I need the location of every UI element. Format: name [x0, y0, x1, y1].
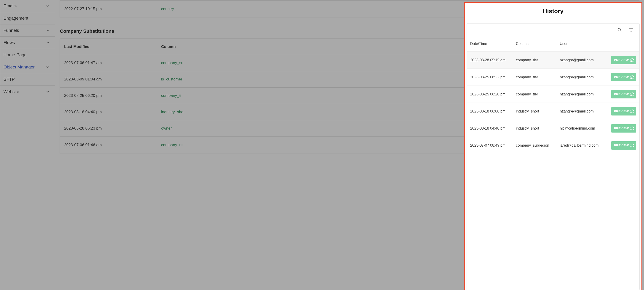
preview-button[interactable]: PREVIEW	[611, 56, 636, 64]
cell-user: nzangre@gmail.com	[560, 58, 610, 62]
cell-column: company_tier	[516, 75, 560, 79]
cell-user: nzangre@gmail.com	[560, 109, 610, 113]
history-row[interactable]: 2023-08-18 04:40 pmindustry_shortnic@cal…	[467, 120, 640, 137]
preview-label: PREVIEW	[614, 92, 629, 96]
history-toolbar	[467, 23, 640, 35]
cell-date: 2023-08-25 06:20 pm	[470, 92, 516, 96]
header-date-time[interactable]: Date/Time	[470, 42, 516, 46]
refresh-icon	[630, 144, 634, 147]
cell-user: jared@calibermind.com	[560, 144, 610, 147]
filter-icon[interactable]	[628, 27, 634, 33]
header-label: Date/Time	[470, 42, 487, 46]
preview-label: PREVIEW	[614, 75, 629, 79]
refresh-icon	[630, 75, 634, 79]
header-column[interactable]: Column	[516, 42, 560, 46]
history-row[interactable]: 2023-08-28 05:15 amcompany_tiernzangre@g…	[467, 52, 640, 69]
cell-date: 2023-08-28 05:15 am	[470, 58, 516, 62]
header-user[interactable]: User	[560, 42, 610, 46]
refresh-icon	[630, 109, 634, 113]
cell-column: company_tier	[516, 92, 560, 96]
cell-user: nzangre@gmail.com	[560, 75, 610, 79]
preview-button[interactable]: PREVIEW	[611, 124, 636, 133]
history-drawer: History Date/Time Column User 2023-08-28…	[464, 2, 642, 290]
preview-button[interactable]: PREVIEW	[611, 90, 636, 98]
cell-column: company_subregion	[516, 144, 560, 147]
sort-desc-icon	[490, 42, 492, 46]
history-row[interactable]: 2023-08-25 06:22 pmcompany_tiernzangre@g…	[467, 69, 640, 86]
preview-label: PREVIEW	[614, 58, 629, 62]
cell-user: nic@calibermind.com	[560, 126, 610, 131]
cell-column: industry_short	[516, 109, 560, 113]
history-row[interactable]: 2023-08-18 06:00 pmindustry_shortnzangre…	[467, 103, 640, 120]
cell-user: nzangre@gmail.com	[560, 92, 610, 96]
refresh-icon	[630, 58, 634, 62]
cell-date: 2023-08-18 04:40 pm	[470, 126, 516, 131]
history-header-row: Date/Time Column User	[467, 36, 640, 52]
history-row[interactable]: 2023-07-07 08:49 pmcompany_subregionjare…	[467, 137, 640, 154]
refresh-icon	[630, 92, 634, 96]
cell-date: 2023-07-07 08:49 pm	[470, 144, 516, 147]
cell-date: 2023-08-18 06:00 pm	[470, 109, 516, 113]
refresh-icon	[630, 126, 634, 131]
preview-button[interactable]: PREVIEW	[611, 73, 636, 81]
drawer-title: History	[465, 3, 642, 19]
preview-label: PREVIEW	[614, 127, 629, 130]
history-card: Date/Time Column User 2023-08-28 05:15 a…	[467, 23, 640, 290]
history-row[interactable]: 2023-08-25 06:20 pmcompany_tiernzangre@g…	[467, 86, 640, 103]
cell-column: company_tier	[516, 58, 560, 62]
preview-label: PREVIEW	[614, 110, 629, 113]
cell-date: 2023-08-25 06:22 pm	[470, 75, 516, 79]
svg-line-1	[620, 31, 621, 32]
preview-label: PREVIEW	[614, 144, 629, 147]
preview-button[interactable]: PREVIEW	[611, 107, 636, 116]
search-icon[interactable]	[617, 27, 622, 33]
preview-button[interactable]: PREVIEW	[611, 141, 636, 149]
cell-column: industry_short	[516, 126, 560, 131]
divider	[471, 19, 636, 19]
